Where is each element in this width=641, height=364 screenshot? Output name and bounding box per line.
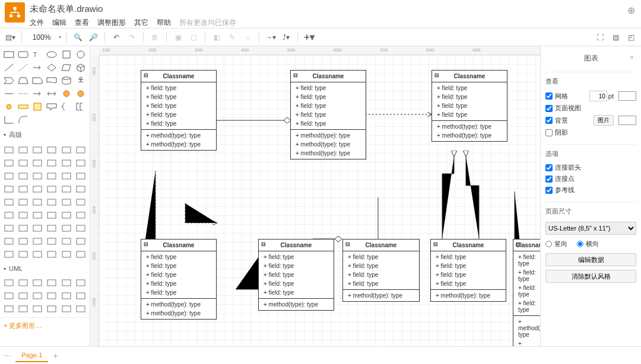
shadow-checkbox[interactable] (545, 129, 553, 136)
shape-bracket[interactable] (74, 101, 87, 113)
uml-class[interactable]: Classname+ field: type+ field: type+ fie… (431, 70, 507, 142)
shape-generic[interactable] (74, 222, 87, 234)
shape-generic[interactable] (60, 235, 73, 247)
document-title[interactable]: 未命名表单.drawio (30, 2, 636, 16)
waypoint-icon[interactable]: ⤴▾ (280, 31, 293, 44)
menu-file[interactable]: 文件 (30, 18, 44, 28)
shape-note[interactable] (31, 101, 44, 113)
shape-callout[interactable] (45, 101, 58, 113)
shape-generic[interactable] (17, 183, 30, 195)
sidebar-toggle-icon[interactable]: ▤▾ (4, 31, 17, 44)
delete-icon[interactable]: 🗑 (148, 31, 161, 44)
shape-generic[interactable] (74, 170, 87, 182)
redo-icon[interactable]: ↷ (125, 31, 138, 44)
menu-adjust[interactable]: 调整图形 (97, 18, 126, 28)
shape-generic[interactable] (45, 157, 58, 169)
shape-corner[interactable] (2, 114, 15, 126)
shape-generic[interactable] (45, 196, 58, 208)
tabs-menu-icon[interactable]: ⋯ (4, 352, 11, 360)
shape-generic[interactable] (31, 183, 44, 195)
uml-class[interactable]: Classname+ field: type+ field: type+ fie… (513, 239, 540, 363)
shape-generic[interactable] (74, 196, 87, 208)
shape-rect[interactable] (2, 49, 15, 60)
shape-generic[interactable] (2, 303, 15, 315)
shape-generic[interactable] (31, 170, 44, 182)
shape-generic[interactable] (74, 277, 87, 289)
shape-generic[interactable] (17, 248, 30, 260)
section-advanced[interactable]: 高级 (0, 128, 90, 142)
shape-step[interactable] (2, 75, 15, 87)
menu-view[interactable]: 查看 (75, 18, 89, 28)
shape-generic[interactable] (17, 170, 30, 182)
shape-actor[interactable] (74, 75, 87, 87)
shape-text[interactable]: T (31, 49, 44, 60)
shape-generic[interactable] (74, 183, 87, 195)
shape-generic[interactable] (31, 222, 44, 234)
shape-generic[interactable] (17, 157, 30, 169)
shape-brace[interactable] (60, 101, 73, 113)
menu-other[interactable]: 其它 (134, 18, 148, 28)
shape-hline[interactable] (2, 88, 15, 100)
shape-diamond[interactable] (45, 62, 58, 74)
shape-generic[interactable] (2, 222, 15, 234)
shape-arrow[interactable] (31, 62, 44, 74)
add-icon[interactable]: +▾ (303, 31, 316, 44)
shape-line[interactable] (2, 62, 15, 74)
shape-generic[interactable] (74, 290, 87, 302)
shape-generic[interactable] (45, 235, 58, 247)
shape-generic[interactable] (31, 290, 44, 302)
shape-gear[interactable] (60, 88, 73, 100)
shape-generic[interactable] (31, 144, 44, 156)
uml-class[interactable]: Classname+ field: type+ field: type+ fie… (342, 239, 420, 302)
shape-generic[interactable] (60, 303, 73, 315)
grid-color-swatch[interactable] (618, 91, 636, 101)
pageview-checkbox[interactable] (545, 105, 553, 112)
background-color-swatch[interactable] (618, 116, 636, 125)
shape-generic[interactable] (45, 170, 58, 182)
add-page-icon[interactable]: + (53, 351, 58, 360)
grid-checkbox[interactable] (545, 92, 553, 100)
uml-class[interactable]: Classname+ field: type+ field: type+ fie… (258, 239, 334, 311)
format-icon[interactable]: ▤ (609, 31, 622, 44)
language-icon[interactable]: ⊕ (627, 5, 635, 16)
line-icon[interactable]: ✎ (226, 31, 239, 44)
shape-gear2[interactable] (74, 88, 87, 100)
pagesize-select[interactable]: US-Letter (8,5" x 11") (545, 222, 636, 235)
uml-class[interactable]: Classname+ field: type+ field: type+ fie… (290, 70, 366, 159)
zoom-dropdown-icon[interactable]: ▾ (59, 34, 61, 40)
shape-generic[interactable] (17, 235, 30, 247)
shape-generic[interactable] (17, 222, 30, 234)
shape-generic[interactable] (74, 248, 87, 260)
shadow-icon[interactable]: ○ (241, 31, 254, 44)
panel-close-icon[interactable]: × (630, 53, 634, 62)
shape-generic[interactable] (45, 290, 58, 302)
shape-generic[interactable] (17, 303, 30, 315)
shape-generic[interactable] (2, 235, 15, 247)
shape-generic[interactable] (60, 290, 73, 302)
shape-generic[interactable] (74, 157, 87, 169)
shape-generic[interactable] (2, 290, 15, 302)
shape-generic[interactable] (17, 290, 30, 302)
shape-generic[interactable] (45, 248, 58, 260)
shape-generic[interactable] (74, 303, 87, 315)
fill-icon[interactable]: ◧ (210, 31, 223, 44)
shape-generic[interactable] (60, 222, 73, 234)
section-uml[interactable]: UML (0, 263, 90, 274)
shape-generic[interactable] (60, 209, 73, 221)
shape-roundrect[interactable] (17, 49, 30, 60)
undo-icon[interactable]: ↶ (110, 31, 123, 44)
landscape-radio[interactable] (577, 241, 583, 247)
shape-generic[interactable] (45, 303, 58, 315)
uml-class[interactable]: Classname+ field: type+ field: type+ fie… (141, 239, 217, 320)
shape-generic[interactable] (31, 209, 44, 221)
shape-generic[interactable] (17, 196, 30, 208)
shape-generic[interactable] (2, 209, 15, 221)
shape-generic[interactable] (2, 183, 15, 195)
shape-generic[interactable] (31, 196, 44, 208)
shape-generic[interactable] (2, 157, 15, 169)
shape-generic[interactable] (17, 209, 30, 221)
tab-page1[interactable]: Page-1 (15, 349, 48, 362)
shape-generic[interactable] (2, 144, 15, 156)
shape-generic[interactable] (2, 248, 15, 260)
grid-size-input[interactable] (589, 91, 607, 101)
